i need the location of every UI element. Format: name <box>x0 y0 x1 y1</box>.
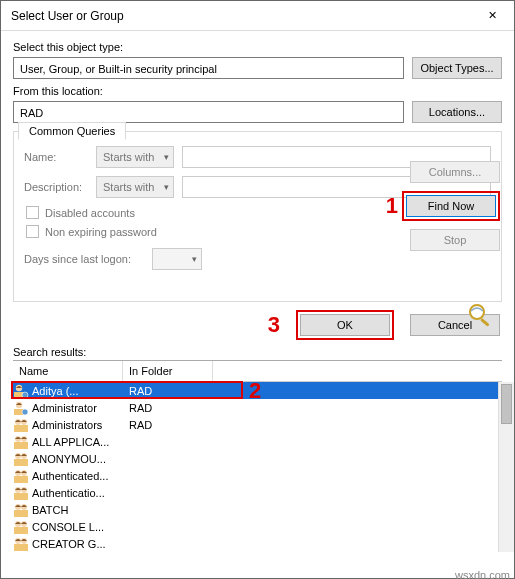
row-folder: RAD <box>123 419 213 431</box>
close-icon: ✕ <box>488 9 497 22</box>
chevron-down-icon: ▾ <box>192 254 197 264</box>
svg-point-7 <box>22 409 28 415</box>
svg-rect-28 <box>14 527 28 534</box>
location-field: RAD <box>13 101 404 123</box>
svg-rect-1 <box>480 318 490 327</box>
svg-rect-31 <box>14 544 28 551</box>
name-mode-value: Starts with <box>103 151 154 163</box>
object-type-field: User, Group, or Built-in security princi… <box>13 57 404 79</box>
row-name: Aditya (... <box>31 385 123 397</box>
table-row[interactable]: AdministratorsRAD <box>13 416 502 433</box>
days-since-logon-combo[interactable]: ▾ <box>152 248 202 270</box>
table-row[interactable]: ALL APPLICA... <box>13 433 502 450</box>
find-now-button[interactable]: Find Now <box>406 195 496 217</box>
svg-rect-25 <box>14 510 28 517</box>
table-row[interactable]: CREATOR G... <box>13 535 502 552</box>
results-list[interactable]: 2 Aditya (...RADAdministratorRADAdminist… <box>13 382 502 552</box>
row-folder: RAD <box>123 385 213 397</box>
svg-rect-10 <box>14 425 28 432</box>
days-since-logon-label: Days since last logon: <box>24 253 144 265</box>
scrollbar-thumb[interactable] <box>501 384 512 424</box>
object-type-label: Select this object type: <box>13 41 502 53</box>
disabled-accounts-checkbox[interactable] <box>26 206 39 219</box>
description-mode-value: Starts with <box>103 181 154 193</box>
chevron-down-icon: ▾ <box>164 182 169 192</box>
name-mode-combo[interactable]: Starts with ▾ <box>96 146 174 168</box>
name-label: Name: <box>24 151 88 163</box>
object-types-button[interactable]: Object Types... <box>412 57 502 79</box>
row-name: Administrator <box>31 402 123 414</box>
row-name: Authenticatio... <box>31 487 123 499</box>
dialog-window: Select User or Group ✕ Select this objec… <box>0 0 515 579</box>
titlebar: Select User or Group ✕ <box>1 1 514 31</box>
row-name: BATCH <box>31 504 123 516</box>
group-icon <box>13 519 29 534</box>
svg-rect-22 <box>14 493 28 500</box>
row-name: ALL APPLICA... <box>31 436 123 448</box>
description-label: Description: <box>24 181 88 193</box>
svg-rect-16 <box>14 459 28 466</box>
row-name: CONSOLE L... <box>31 521 123 533</box>
group-icon <box>13 468 29 483</box>
svg-rect-19 <box>14 476 28 483</box>
user-icon <box>13 383 29 398</box>
scrollbar[interactable] <box>498 382 514 552</box>
annotation-2: 2 <box>249 378 261 404</box>
window-title: Select User or Group <box>11 9 124 23</box>
group-icon <box>13 417 29 432</box>
non-expiring-label: Non expiring password <box>45 226 157 238</box>
non-expiring-checkbox[interactable] <box>26 225 39 238</box>
column-in-folder[interactable]: In Folder <box>123 361 213 381</box>
row-folder: RAD <box>123 402 213 414</box>
tab-common-queries[interactable]: Common Queries <box>18 122 126 140</box>
location-label: From this location: <box>13 85 502 97</box>
row-name: Administrators <box>31 419 123 431</box>
chevron-down-icon: ▾ <box>164 152 169 162</box>
group-icon <box>13 502 29 517</box>
columns-button[interactable]: Columns... <box>410 161 500 183</box>
svg-point-4 <box>22 392 28 398</box>
description-mode-combo[interactable]: Starts with ▾ <box>96 176 174 198</box>
disabled-accounts-label: Disabled accounts <box>45 207 135 219</box>
close-button[interactable]: ✕ <box>470 1 514 31</box>
dialog-buttons: 3 OK Cancel <box>1 302 514 346</box>
locations-button[interactable]: Locations... <box>412 101 502 123</box>
table-row[interactable]: Authenticated... <box>13 467 502 484</box>
column-name[interactable]: Name <box>13 361 123 381</box>
svg-rect-13 <box>14 442 28 449</box>
annotation-1: 1 <box>386 193 398 219</box>
group-icon <box>13 485 29 500</box>
ok-button[interactable]: OK <box>300 314 390 336</box>
search-results-label: Search results: <box>1 346 514 360</box>
group-icon <box>13 536 29 551</box>
group-icon <box>13 451 29 466</box>
stop-button[interactable]: Stop <box>410 229 500 251</box>
table-row[interactable]: CONSOLE L... <box>13 518 502 535</box>
table-row[interactable]: Authenticatio... <box>13 484 502 501</box>
table-row[interactable]: ANONYMOU... <box>13 450 502 467</box>
magnify-icon <box>466 301 494 329</box>
group-icon <box>13 434 29 449</box>
row-name: ANONYMOU... <box>31 453 123 465</box>
watermark: wsxdn.com <box>455 569 510 579</box>
annotation-3: 3 <box>268 312 280 338</box>
row-name: CREATOR G... <box>31 538 123 550</box>
user-icon <box>13 400 29 415</box>
side-buttons: Columns... 1 Find Now Stop <box>408 161 500 251</box>
table-row[interactable]: BATCH <box>13 501 502 518</box>
row-name: Authenticated... <box>31 470 123 482</box>
svg-point-0 <box>470 305 484 319</box>
